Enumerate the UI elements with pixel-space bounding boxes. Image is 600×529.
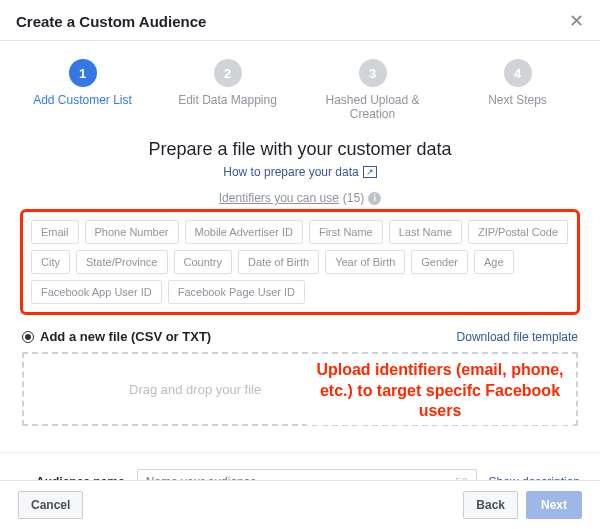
howto-link[interactable]: How to prepare your data ↗ — [223, 165, 376, 191]
identifier-tag[interactable]: City — [31, 250, 70, 274]
step-circle: 1 — [69, 59, 97, 87]
identifier-tag[interactable]: Date of Birth — [238, 250, 319, 274]
identifiers-box: EmailPhone NumberMobile Advertiser IDFir… — [20, 209, 580, 315]
howto-text: How to prepare your data — [223, 165, 358, 179]
next-button[interactable]: Next — [526, 491, 582, 519]
file-section: Add a new file (CSV or TXT) Download fil… — [22, 325, 578, 426]
identifier-tag[interactable]: Year of Birth — [325, 250, 405, 274]
step-3[interactable]: 3 Hashed Upload & Creation — [303, 59, 443, 121]
identifiers-count: (15) — [343, 191, 364, 205]
dialog-footer: Cancel Back Next — [0, 480, 600, 529]
dropzone-text: Drag and drop your file — [129, 382, 261, 397]
dialog-header: Create a Custom Audience ✕ — [0, 0, 600, 41]
step-circle: 2 — [214, 59, 242, 87]
annotation-overlay: Upload identifiers (email, phone, etc.) … — [306, 357, 574, 425]
identifier-tag[interactable]: ZIP/Postal Code — [468, 220, 568, 244]
step-2[interactable]: 2 Edit Data Mapping — [158, 59, 298, 121]
identifier-tag[interactable]: Gender — [411, 250, 468, 274]
add-file-label: Add a new file (CSV or TXT) — [40, 329, 211, 344]
cancel-button[interactable]: Cancel — [18, 491, 83, 519]
back-button[interactable]: Back — [463, 491, 518, 519]
prepare-section: Prepare a file with your customer data H… — [0, 135, 600, 205]
step-4[interactable]: 4 Next Steps — [448, 59, 588, 121]
external-icon: ↗ — [363, 166, 377, 178]
close-icon[interactable]: ✕ — [569, 10, 584, 32]
identifier-tag[interactable]: Mobile Advertiser ID — [185, 220, 303, 244]
identifier-tag[interactable]: Facebook App User ID — [31, 280, 162, 304]
step-1[interactable]: 1 Add Customer List — [13, 59, 153, 121]
info-icon[interactable]: i — [368, 192, 381, 205]
download-template-link[interactable]: Download file template — [457, 330, 578, 344]
identifier-tag[interactable]: Email — [31, 220, 79, 244]
identifiers-tags: EmailPhone NumberMobile Advertiser IDFir… — [31, 220, 569, 304]
identifier-tag[interactable]: Facebook Page User ID — [168, 280, 305, 304]
create-audience-dialog: Create a Custom Audience ✕ 1 Add Custome… — [0, 0, 600, 505]
step-circle: 3 — [359, 59, 387, 87]
identifier-tag[interactable]: First Name — [309, 220, 383, 244]
step-circle: 4 — [504, 59, 532, 87]
identifier-tag[interactable]: Last Name — [389, 220, 462, 244]
footer-right: Back Next — [463, 491, 582, 519]
identifier-tag[interactable]: State/Province — [76, 250, 168, 274]
step-label: Hashed Upload & Creation — [303, 93, 443, 121]
step-label: Next Steps — [488, 93, 547, 107]
identifier-tag[interactable]: Phone Number — [85, 220, 179, 244]
stepper: 1 Add Customer List 2 Edit Data Mapping … — [0, 41, 600, 135]
identifier-tag[interactable]: Age — [474, 250, 514, 274]
add-file-radio[interactable]: Add a new file (CSV or TXT) — [22, 329, 211, 344]
prepare-title: Prepare a file with your customer data — [0, 135, 600, 164]
file-section-header: Add a new file (CSV or TXT) Download fil… — [22, 325, 578, 352]
radio-icon — [22, 331, 34, 343]
identifiers-header: Identifiers you can use (15) i — [0, 191, 600, 205]
file-dropzone[interactable]: Drag and drop your file Upload identifie… — [22, 352, 578, 426]
step-label: Add Customer List — [33, 93, 132, 107]
dialog-title: Create a Custom Audience — [16, 13, 206, 30]
step-label: Edit Data Mapping — [178, 93, 277, 107]
identifier-tag[interactable]: Country — [174, 250, 233, 274]
identifiers-label: Identifiers you can use — [219, 191, 339, 205]
